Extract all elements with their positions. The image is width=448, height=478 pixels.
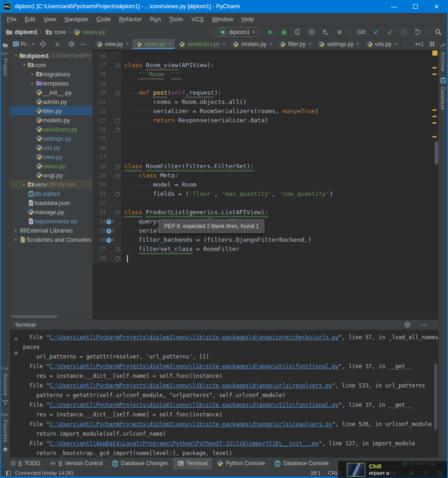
git-update-button[interactable] [370, 27, 381, 37]
code-line[interactable]: 37····filterset_class = RoomFilter [93, 245, 438, 254]
tree-expand-arrow[interactable]: ▸ [13, 228, 19, 233]
toolwindow-9-version-control[interactable]: 9: Version Control [45, 458, 107, 469]
overriding-method-icon[interactable]: o↑ [106, 217, 115, 226]
code-line[interactable]: 34o↑····queryset = Room.objects.all() [93, 217, 438, 226]
tab-close-icon[interactable]: × [308, 41, 311, 47]
profile-button[interactable] [293, 27, 304, 37]
fold-marker[interactable] [115, 256, 121, 261]
menu-view[interactable]: View [39, 16, 60, 23]
line-number[interactable]: 27 [93, 153, 106, 162]
line-number[interactable]: 37 [93, 245, 106, 254]
code-line[interactable]: 25 [93, 134, 438, 143]
menu-run[interactable]: Run [146, 16, 165, 23]
code-line[interactable]: 36o↑····filter_backends = (filters.Djang… [93, 235, 438, 245]
gutter[interactable]: 22 [93, 107, 121, 116]
gutter[interactable]: 26 [93, 143, 121, 153]
warning-stripe-mark[interactable] [432, 122, 437, 124]
line-number[interactable]: 26 [93, 143, 106, 153]
menu-code[interactable]: Code [92, 16, 115, 23]
project-view-selector[interactable]: Pr... ▾ [13, 41, 34, 47]
hidden-tabs-dropdown[interactable]: ▾≡1 [415, 41, 424, 47]
tree-item-migrations[interactable]: ▸migrations [10, 69, 92, 79]
tree-item-wsgi-py[interactable]: wsgi.py [10, 171, 92, 180]
line-number[interactable]: 21 [93, 97, 106, 107]
line-number[interactable]: 35 [93, 226, 106, 235]
tree-item-diplom1[interactable]: ▾diplom1C:\Users\antl\Py [10, 51, 92, 60]
tree-collapse-arrow[interactable]: ▾ [13, 53, 19, 58]
code-line[interactable]: 22········serializer = RoomSerializers(r… [93, 107, 438, 116]
tree-item-admin-py[interactable]: admin.py [10, 97, 92, 106]
menu-help[interactable]: Help [237, 16, 258, 23]
tab-views-py[interactable]: views.py× [132, 39, 175, 49]
new-session-button[interactable]: + [14, 335, 18, 342]
code-line[interactable]: 24 [93, 125, 438, 134]
code-line[interactable]: 27 [93, 153, 438, 162]
code-line[interactable]: 17class Room_view(APIView): [93, 61, 438, 70]
menu-edit[interactable]: Edit [21, 16, 39, 23]
tree-item-db-sqlite3[interactable]: db.sqlite3 [10, 189, 92, 198]
gutter[interactable]: 37 [93, 245, 121, 254]
stripe-tab-7-structure[interactable]: 7: Structure [3, 367, 8, 396]
code-editor[interactable]: 1617class Room_view(APIView):18····'''Ro… [93, 50, 438, 319]
line-number[interactable]: 29 [93, 171, 106, 180]
run-button[interactable] [265, 27, 276, 37]
tree-item-views-py[interactable]: views.py [10, 161, 92, 171]
line-number[interactable]: 22 [93, 107, 106, 116]
tab-urls-py[interactable]: urls.py× [363, 39, 401, 49]
close-button[interactable]: ✕ [426, 0, 447, 13]
gutter[interactable]: 21 [93, 97, 121, 107]
stripe-tab-2-favorites[interactable]: 2: Favorites [3, 413, 8, 442]
code-line[interactable]: 38 [93, 254, 438, 263]
code-line[interactable]: 33class ProductList(generics.ListAPIView… [93, 208, 438, 217]
gutter[interactable]: 25 [93, 134, 121, 143]
caret-position[interactable]: 38:1 [310, 470, 321, 476]
media-overlay[interactable]: Chill играет в [338, 461, 447, 478]
warning-stripe-indicator[interactable] [432, 51, 437, 56]
tree-item-external-libraries[interactable]: ▸External Libraries [10, 226, 92, 235]
terminal-output[interactable]: File "C:\Users\antl\PycharmProjects\dipl… [22, 330, 438, 457]
locate-file-button[interactable] [37, 39, 48, 49]
warning-stripe-mark[interactable] [432, 74, 437, 75]
coverage-button[interactable] [306, 27, 317, 37]
tab-close-icon[interactable]: × [269, 41, 272, 47]
code-line[interactable]: 35o↑····serializer_class = RoomSerialize… [93, 226, 438, 235]
tree-expand-arrow[interactable]: ▸ [29, 81, 35, 85]
toolwindow-toggle-icon[interactable] [5, 468, 12, 478]
gutter[interactable]: 20 [93, 88, 121, 97]
stop-button[interactable] [334, 27, 345, 37]
warning-stripe-mark[interactable] [432, 116, 437, 117]
tree-item-urls-py[interactable]: urls.py [10, 143, 92, 152]
tree-item-models-py[interactable]: models.py [10, 115, 92, 125]
project-horizontal-scrollbar[interactable] [11, 315, 57, 318]
git-commit-button[interactable] [384, 27, 395, 37]
warning-stripe-mark[interactable] [432, 109, 437, 111]
git-history-button[interactable] [398, 27, 409, 37]
line-number[interactable]: 30 [93, 180, 106, 189]
terminal-file-link[interactable]: C:\Users\antl\PycharmProjects\diplom1\ve… [50, 402, 339, 408]
line-number[interactable]: 23 [93, 116, 106, 125]
tab-view-py[interactable]: view.py× [93, 39, 132, 49]
gutter[interactable]: 31 [93, 189, 121, 199]
line-number[interactable]: 20 [93, 88, 106, 97]
tab-filter-py[interactable]: filter.py× [276, 39, 315, 49]
panel-settings-button[interactable] [66, 39, 77, 49]
toolwindow-database-changes[interactable]: Database Changes [107, 458, 173, 469]
maximize-button[interactable] [405, 0, 426, 13]
line-number[interactable]: 33 [93, 208, 106, 217]
tab-settings-py[interactable]: settings.py× [315, 39, 363, 49]
line-number[interactable]: 19 [93, 79, 106, 88]
gutter[interactable]: 23 [93, 116, 121, 125]
fold-marker[interactable] [115, 174, 121, 178]
stripe-tab-sciview[interactable]: SciView [440, 52, 446, 71]
line-number[interactable]: 31 [93, 189, 106, 199]
gutter[interactable]: 34o↑ [93, 217, 121, 226]
minimize-button[interactable]: — [384, 0, 405, 13]
code-line[interactable]: 28class RoomFilter(filters.FilterSet): [93, 162, 438, 171]
terminal-hide-button[interactable]: — [421, 322, 426, 328]
tab-close-icon[interactable]: × [222, 41, 225, 47]
git-rollback-button[interactable] [412, 27, 423, 37]
code-line[interactable]: 23········return Response(serializer.dat… [93, 116, 438, 125]
tab-close-icon[interactable]: × [168, 41, 172, 47]
terminal-settings-button[interactable] [402, 320, 413, 330]
tree-expand-arrow[interactable]: ▸ [13, 237, 19, 242]
